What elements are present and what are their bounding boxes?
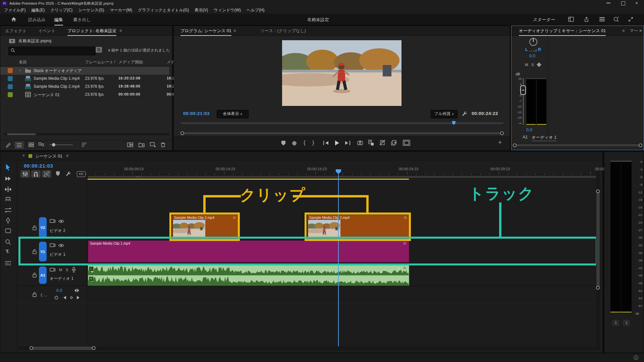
item-name[interactable]: Stock オーディオメディア: [34, 68, 82, 74]
mark-in-icon[interactable]: {: [304, 139, 306, 146]
maximize-button[interactable]: [621, 1, 625, 5]
new-bin-icon[interactable]: [139, 142, 145, 147]
tab-events[interactable]: イベント: [38, 28, 55, 34]
timeline-settings-wrench-icon[interactable]: [65, 171, 71, 177]
volume-value[interactable]: 0.0: [526, 127, 532, 132]
timeline-zoom-scrollbar[interactable]: [87, 175, 600, 178]
search-help-icon[interactable]: [613, 16, 619, 22]
tab-project[interactable]: プロジェクト: 名称未設定: [67, 28, 116, 36]
tab-source-monitor[interactable]: ソース：(クリップなし): [260, 28, 306, 34]
track-target-v2[interactable]: V2: [39, 217, 47, 238]
play-icon[interactable]: [334, 140, 339, 146]
insert-icon[interactable]: [368, 140, 374, 146]
meter-solo-right-button[interactable]: S: [623, 320, 630, 326]
search-input[interactable]: [8, 47, 96, 55]
col-name[interactable]: 名前: [19, 59, 27, 65]
extract-icon[interactable]: [379, 140, 385, 146]
freeform-view-icon[interactable]: [39, 142, 44, 147]
menu-help[interactable]: ヘルプ(H): [247, 7, 265, 13]
track-name[interactable]: ビデオ 2: [50, 228, 65, 234]
menu-edit[interactable]: 編集(E): [31, 7, 45, 13]
monitor-hscrollbar[interactable]: [180, 132, 504, 135]
close-tab-icon[interactable]: ×: [22, 153, 25, 158]
mixer-panel-menu-icon[interactable]: ≡: [622, 28, 625, 33]
snap-toggle-button[interactable]: [31, 170, 41, 178]
info-icon[interactable]: i: [634, 355, 638, 360]
pen-tool-icon[interactable]: [5, 218, 11, 224]
tab-audio-clip-mixer[interactable]: オーディオクリップミキサー：シーケンス 01: [519, 28, 606, 36]
home-icon[interactable]: [11, 16, 17, 22]
close-button[interactable]: ×: [635, 0, 638, 6]
tab-export[interactable]: 書き出し: [73, 17, 91, 23]
mix-track-volume[interactable]: 0.0: [56, 288, 62, 293]
label-swatch[interactable]: [8, 92, 13, 97]
source-patch-icon[interactable]: [50, 219, 55, 224]
add-button-icon[interactable]: +: [498, 139, 502, 146]
hand-zoom-tool-icon[interactable]: [5, 239, 11, 245]
rectangle-tool-icon[interactable]: [5, 228, 11, 233]
tab-markers-truncated[interactable]: マーカ: [630, 28, 638, 34]
timeline-ruler[interactable]: 00:00:09:23 00:00:14:23 00:00:19:23 00:0…: [87, 166, 600, 175]
program-playhead-marker[interactable]: [452, 121, 455, 125]
eye-icon[interactable]: [58, 219, 64, 224]
lock-icon[interactable]: [32, 273, 37, 278]
go-to-out-icon[interactable]: [344, 140, 351, 145]
playback-quality-select[interactable]: フル画質 ∨: [431, 110, 458, 118]
tab-effects[interactable]: エフェクト: [5, 28, 26, 34]
timeline-current-timecode[interactable]: 00:00:21:03: [24, 163, 53, 169]
workspace-layout-icon[interactable]: [568, 17, 574, 22]
item-name[interactable]: Sample Media Clip 2.mp4: [34, 84, 79, 89]
zoom-slider[interactable]: [49, 144, 73, 145]
menu-graphics[interactable]: グラフィックとタイトル(G): [138, 7, 189, 13]
item-name[interactable]: Sample Media Clip 1.mp4: [34, 76, 79, 81]
track-target-a1[interactable]: A1: [39, 266, 47, 284]
linked-selection-button[interactable]: [42, 170, 51, 178]
label-swatch[interactable]: [8, 84, 13, 89]
menu-sequence[interactable]: シーケンス(S): [78, 7, 104, 13]
remix-tool-icon[interactable]: [5, 260, 11, 266]
previous-keyframe-icon[interactable]: [63, 296, 66, 299]
type-tool-icon[interactable]: T.: [6, 248, 10, 254]
list-view-button[interactable]: [14, 141, 24, 149]
add-keyframe-icon[interactable]: [54, 296, 58, 300]
quick-export-icon[interactable]: [584, 16, 589, 22]
col-framerate[interactable]: フレームレート: [85, 59, 113, 65]
icon-view-icon[interactable]: [29, 142, 34, 147]
slip-tool-icon[interactable]: [5, 207, 11, 213]
meter-solo-left-button[interactable]: S: [612, 320, 619, 326]
collapse-keyframes-icon[interactable]: [74, 289, 79, 292]
readonly-pencil-icon[interactable]: [6, 142, 11, 148]
zoom-level-select[interactable]: 全体表示 ∨: [217, 110, 249, 118]
label-swatch[interactable]: [8, 76, 13, 81]
fx-badge[interactable]: fx: [404, 266, 406, 270]
menu-clip[interactable]: クリップ(C): [50, 7, 72, 13]
track-select-forward-tool-icon[interactable]: [5, 176, 11, 181]
nest-toggle-button[interactable]: [20, 170, 30, 178]
panel-overflow-chevrons-icon[interactable]: »: [639, 28, 642, 33]
lock-icon[interactable]: [32, 292, 37, 297]
solo-button[interactable]: S: [531, 63, 534, 67]
next-keyframe-icon[interactable]: [76, 296, 80, 299]
write-keyframes-icon[interactable]: [537, 62, 541, 67]
starter-workspace-label[interactable]: スターター: [533, 17, 555, 23]
trash-icon[interactable]: [161, 142, 165, 147]
menu-file[interactable]: ファイル(F): [4, 7, 25, 13]
volume-fader-thumb[interactable]: [520, 85, 526, 95]
label-swatch[interactable]: [8, 68, 13, 73]
tab-sequence[interactable]: シーケンス 01: [35, 154, 62, 159]
voiceover-mic-icon[interactable]: [72, 267, 76, 273]
tab-edit[interactable]: 編集: [54, 17, 63, 25]
project-hscrollbar[interactable]: [4, 133, 169, 135]
sort-options-icon[interactable]: [82, 142, 87, 147]
export-frame-camera-icon[interactable]: [357, 140, 363, 145]
source-patch-icon[interactable]: [50, 268, 55, 272]
mark-out-icon[interactable]: }: [312, 139, 314, 146]
keyframe-diamond-icon[interactable]: [70, 296, 73, 299]
mute-track-button[interactable]: M: [59, 268, 62, 272]
tab-import[interactable]: 読み込み: [28, 17, 46, 23]
timeline-tab-menu-icon[interactable]: ≡: [66, 153, 69, 158]
track-name[interactable]: オーディオ 1: [50, 276, 73, 282]
tab-program-monitor[interactable]: プログラム: シーケンス 01: [180, 28, 231, 36]
pan-value[interactable]: 0.0: [529, 53, 535, 58]
razor-tool-icon[interactable]: [5, 197, 11, 203]
